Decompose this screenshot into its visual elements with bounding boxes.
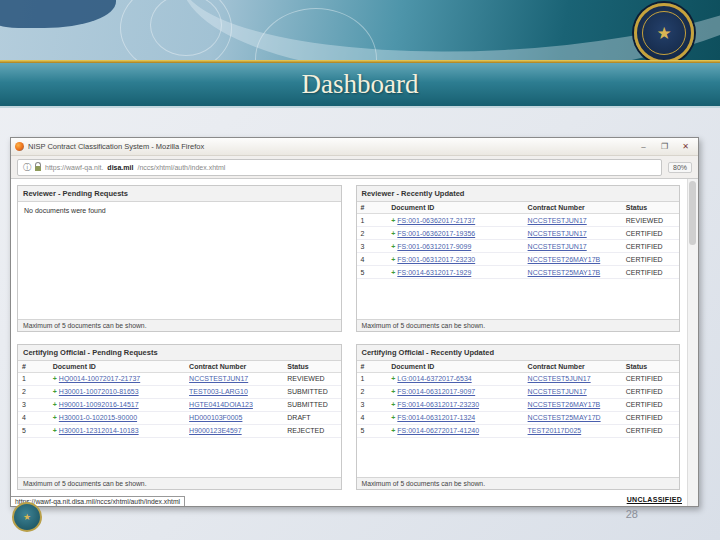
- browser-window: NISP Contract Classification System - Mo…: [10, 137, 699, 507]
- row-number: 3: [357, 398, 388, 411]
- contract-number-link[interactable]: NCCSTEST26MAY17B: [528, 256, 601, 263]
- document-id-link[interactable]: FS:0014-06312017-9097: [397, 388, 475, 395]
- contract-number-link[interactable]: NCCSTESTJUN17: [528, 243, 587, 250]
- close-button[interactable]: ✕: [677, 139, 694, 154]
- status-text: CERTIFIED: [622, 398, 679, 411]
- maximize-button[interactable]: ❐: [656, 139, 673, 154]
- row-number: 1: [357, 372, 388, 385]
- expand-plus-icon[interactable]: [53, 401, 57, 408]
- document-id-link[interactable]: FS:001-06362017-19356: [397, 230, 475, 237]
- document-id-link[interactable]: HQ0014-10072017-21737: [59, 375, 140, 382]
- table-row: 5 FS:0014-06272017-41240 TEST20117D025 C…: [357, 424, 680, 437]
- document-id-link[interactable]: FS:001-06312017-9099: [397, 243, 471, 250]
- contract-number-link[interactable]: NCCSTESTJUN17: [528, 230, 587, 237]
- panel-title: Reviewer - Recently Updated: [357, 186, 680, 202]
- expand-plus-icon[interactable]: [391, 269, 395, 276]
- col-contract-number: Contract Number: [185, 361, 283, 373]
- document-id-link[interactable]: FS:0014-06312017-23230: [397, 401, 479, 408]
- contract-number-link[interactable]: NCCSTEST25MAY17B: [528, 269, 601, 276]
- document-id-link[interactable]: H30001-10072010-81653: [59, 388, 139, 395]
- minimize-button[interactable]: –: [635, 139, 652, 154]
- status-text: CERTIFIED: [622, 266, 679, 279]
- contract-number-link[interactable]: H9000123E4597: [189, 427, 242, 434]
- contract-number-link[interactable]: NCCSTEST25MAY17D: [528, 414, 601, 421]
- table-header-row: # Document ID Contract Number Status: [357, 202, 680, 214]
- zoom-level-indicator[interactable]: 80%: [668, 162, 692, 173]
- url-prefix: https://wawf-qa.nit.: [45, 164, 103, 171]
- document-id-link[interactable]: LG:0014-6372017-6534: [397, 375, 471, 382]
- row-number: 2: [18, 385, 49, 398]
- browser-title-bar: NISP Contract Classification System - Mo…: [11, 138, 698, 156]
- row-number: 4: [18, 411, 49, 424]
- documents-table: # Document ID Contract Number Status 1: [357, 202, 680, 279]
- expand-plus-icon[interactable]: [53, 375, 57, 382]
- browser-navigation-bar: https://wawf-qa.nit.disa.mil/nccs/xhtml/…: [11, 156, 698, 179]
- footer-seal-logo: [12, 502, 42, 532]
- col-status: Status: [622, 202, 679, 214]
- panel-footer: Maximum of 5 documents can be shown.: [357, 319, 680, 331]
- info-icon[interactable]: [23, 162, 31, 173]
- status-text: SUBMITTED: [283, 398, 340, 411]
- address-bar[interactable]: https://wawf-qa.nit.disa.mil/nccs/xhtml/…: [17, 159, 662, 176]
- panel-footer: Maximum of 5 documents can be shown.: [18, 319, 341, 331]
- firefox-icon: [15, 142, 24, 151]
- expand-plus-icon[interactable]: [53, 427, 57, 434]
- contract-number-link[interactable]: HGTE0414DOIA123: [189, 401, 253, 408]
- slide-title-band: Dashboard: [0, 63, 720, 108]
- col-number: #: [357, 361, 388, 373]
- expand-plus-icon[interactable]: [391, 256, 395, 263]
- document-id-link[interactable]: FS:0014-06312017-1324: [397, 414, 475, 421]
- expand-plus-icon[interactable]: [391, 375, 395, 382]
- contract-number-link[interactable]: NCCSTEST5JUN17: [528, 375, 591, 382]
- contract-number-link[interactable]: NCCSTESTJUN17: [189, 375, 248, 382]
- panel-footer: Maximum of 5 documents can be shown.: [357, 477, 680, 489]
- table-header-row: # Document ID Contract Number Status: [357, 361, 680, 373]
- row-number: 2: [357, 227, 388, 240]
- document-id-link[interactable]: FS:001-06312017-23230: [397, 256, 475, 263]
- document-id-link[interactable]: FS:001-06362017-21737: [397, 217, 475, 224]
- row-number: 4: [357, 411, 388, 424]
- expand-plus-icon[interactable]: [391, 427, 395, 434]
- expand-plus-icon[interactable]: [391, 414, 395, 421]
- contract-number-link[interactable]: NCCSTEST26MAY17B: [528, 401, 601, 408]
- status-text: CERTIFIED: [622, 385, 679, 398]
- table-header-row: # Document ID Contract Number Status: [18, 361, 341, 373]
- expand-plus-icon[interactable]: [53, 388, 57, 395]
- row-number: 2: [357, 385, 388, 398]
- row-number: 5: [357, 424, 388, 437]
- row-number: 1: [18, 372, 49, 385]
- vertical-scrollbar[interactable]: [687, 179, 698, 506]
- documents-table: # Document ID Contract Number Status 1: [18, 361, 341, 438]
- url-domain: disa.mil: [107, 164, 133, 171]
- scrollbar-thumb[interactable]: [689, 181, 696, 245]
- document-id-link[interactable]: H30001-0-102015-90000: [59, 414, 137, 421]
- col-document-id: Document ID: [387, 202, 523, 214]
- status-text: SUBMITTED: [283, 385, 340, 398]
- classification-marking: UNCLASSIFIED: [627, 496, 682, 503]
- contract-number-link[interactable]: NCCSTESTJUN17: [528, 388, 587, 395]
- table-row: 5 FS:0014-6312017-1929 NCCSTEST25MAY17B …: [357, 266, 680, 279]
- status-text: CERTIFIED: [622, 372, 679, 385]
- panel-body: # Document ID Contract Number Status 1: [357, 361, 680, 478]
- contract-number-link[interactable]: TEST003-LARG10: [189, 388, 248, 395]
- status-text: CERTIFIED: [622, 227, 679, 240]
- expand-plus-icon[interactable]: [391, 217, 395, 224]
- document-id-link[interactable]: H90001-10092016-14517: [59, 401, 139, 408]
- table-row: 2 H30001-10072010-81653 TEST003-LARG10 S…: [18, 385, 341, 398]
- expand-plus-icon[interactable]: [53, 414, 57, 421]
- document-id-link[interactable]: FS:0014-06272017-41240: [397, 427, 479, 434]
- col-document-id: Document ID: [387, 361, 523, 373]
- expand-plus-icon[interactable]: [391, 388, 395, 395]
- contract-number-link[interactable]: TEST20117D025: [528, 427, 582, 434]
- lock-icon: [35, 166, 41, 171]
- contract-number-link[interactable]: NCCSTESTJUN17: [528, 217, 587, 224]
- expand-plus-icon[interactable]: [391, 243, 395, 250]
- expand-plus-icon[interactable]: [391, 401, 395, 408]
- table-row: 3 FS:0014-06312017-23230 NCCSTEST26MAY17…: [357, 398, 680, 411]
- document-id-link[interactable]: H30001-12312014-10183: [59, 427, 139, 434]
- expand-plus-icon[interactable]: [391, 230, 395, 237]
- contract-number-link[interactable]: HD000103F0005: [189, 414, 242, 421]
- slide-title: Dashboard: [302, 69, 419, 100]
- col-number: #: [18, 361, 49, 373]
- document-id-link[interactable]: FS:0014-6312017-1929: [397, 269, 471, 276]
